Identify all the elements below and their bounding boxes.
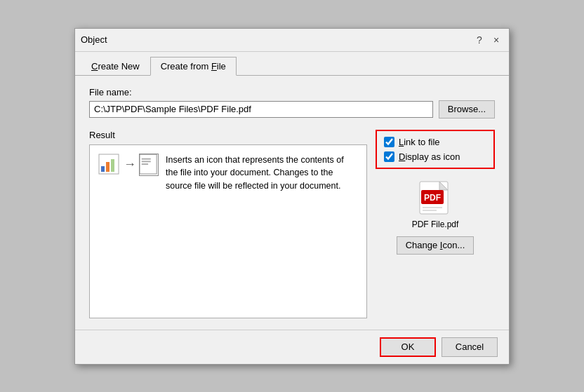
browse-button[interactable]: Browse...	[439, 100, 495, 119]
page-icon	[139, 154, 159, 176]
dialog-title: Object	[81, 34, 107, 45]
right-panel: Link to file Display as icon	[376, 130, 495, 318]
chart-icon	[98, 154, 121, 176]
svg-rect-5	[142, 158, 151, 159]
svg-rect-6	[142, 161, 151, 162]
result-label: Result	[89, 130, 367, 140]
result-text: Inserts an icon that represents the cont…	[166, 154, 358, 193]
svg-rect-13	[423, 210, 437, 211]
link-to-file-row[interactable]: Link to file	[384, 137, 486, 147]
svg-rect-12	[423, 207, 442, 208]
display-as-icon-label: Display as icon	[399, 151, 460, 162]
arrow-icon: →	[124, 157, 136, 172]
tab-create-from-file-label: Create from File	[161, 61, 226, 72]
change-icon-button[interactable]: Change Icon...	[397, 236, 474, 255]
title-bar: Object ? ×	[75, 29, 509, 52]
result-content: → Inserts an icon th	[98, 154, 358, 193]
svg-rect-2	[106, 162, 109, 172]
tab-create-new-label: Create New	[91, 61, 140, 72]
svg-rect-7	[142, 163, 148, 165]
display-as-icon-row[interactable]: Display as icon	[384, 151, 486, 162]
file-name-input[interactable]	[89, 101, 433, 118]
dialog-content: File name: Browse... Result	[75, 76, 509, 330]
result-icons: →	[98, 154, 159, 176]
title-bar-buttons: ? ×	[472, 33, 503, 47]
close-button[interactable]: ×	[489, 33, 503, 47]
file-name-label: File name:	[89, 87, 495, 97]
ok-button[interactable]: OK	[380, 337, 436, 357]
middle-section: Result →	[89, 130, 495, 318]
tab-create-new[interactable]: Create New	[81, 57, 150, 76]
svg-rect-1	[101, 166, 105, 172]
tab-bar: Create New Create from File	[75, 52, 509, 76]
svg-rect-3	[111, 159, 114, 172]
bottom-bar: OK Cancel	[75, 330, 509, 364]
result-area: Result →	[89, 130, 367, 318]
file-row: Browse...	[89, 100, 495, 119]
help-button[interactable]: ?	[472, 33, 486, 47]
cancel-button[interactable]: Cancel	[442, 337, 498, 357]
object-dialog: Object ? × Create New Create from File F…	[74, 28, 510, 365]
pdf-icon-area: PDF PDF File.pdf	[376, 180, 495, 229]
pdf-file-icon: PDF	[418, 180, 452, 217]
tab-create-from-file[interactable]: Create from File	[150, 57, 237, 76]
checkboxes-box: Link to file Display as icon	[376, 130, 495, 169]
link-to-file-label: Link to file	[399, 137, 440, 147]
pdf-icon-label: PDF File.pdf	[412, 219, 459, 229]
page-svg	[140, 154, 158, 176]
file-name-section: File name: Browse...	[89, 87, 495, 119]
display-as-icon-checkbox[interactable]	[384, 151, 394, 162]
result-box: → Inserts an icon th	[89, 144, 367, 318]
change-icon-label: Change Icon...	[406, 240, 465, 250]
link-to-file-checkbox[interactable]	[384, 137, 394, 147]
svg-text:PDF: PDF	[424, 193, 441, 203]
